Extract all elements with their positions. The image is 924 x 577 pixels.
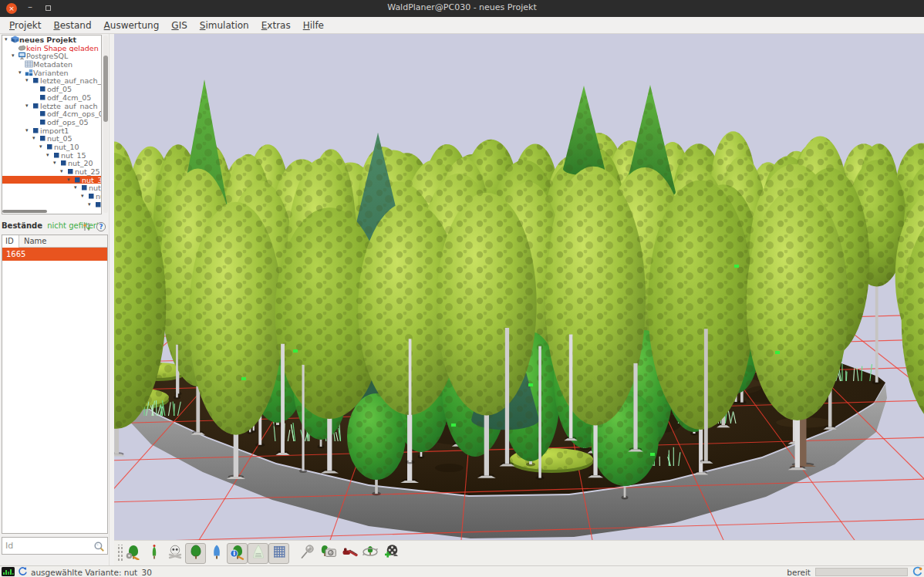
sapling-button[interactable] — [143, 543, 164, 564]
search-icon[interactable] — [93, 541, 105, 552]
bestande-title: Bestände — [2, 221, 42, 230]
tree-item-odf-05[interactable]: odf_05 — [2, 85, 101, 93]
orbit-button[interactable] — [359, 543, 380, 564]
tree-item-label: nut_15 — [61, 151, 86, 160]
grid-toggle-button[interactable] — [268, 543, 289, 564]
blue-tree-button[interactable] — [206, 543, 227, 564]
expander-icon[interactable]: ▾ — [19, 69, 25, 77]
tree-item-label: nut_ — [89, 184, 101, 192]
transparent-cone-button[interactable] — [248, 543, 268, 564]
tree-item-nu[interactable]: ▾nu — [2, 192, 101, 201]
menu-item-gis[interactable]: GIS — [165, 19, 193, 32]
chainsaw-button[interactable] — [339, 543, 359, 564]
variant-square-icon — [73, 176, 82, 184]
tree-item-nut-20[interactable]: ▾nut_20 — [2, 159, 101, 167]
pin-button[interactable] — [297, 543, 318, 564]
expander-icon[interactable]: ▾ — [74, 184, 80, 192]
expander-icon[interactable]: ▾ — [46, 151, 52, 160]
tree-item-letzte-auf-nach-d[interactable]: ▾letzte_auf_nach_d — [2, 76, 101, 85]
id-search-input[interactable] — [5, 538, 90, 553]
tree-item-varianten[interactable]: ▾Varianten — [2, 69, 101, 77]
tree-item-nut-30[interactable]: ▾nut_30 — [2, 176, 101, 184]
tree-item-metadaten[interactable]: Metadaten — [2, 60, 101, 69]
tree-settings-button[interactable] — [123, 543, 143, 564]
id-search-box — [2, 537, 108, 555]
variant-square-icon — [80, 184, 89, 191]
menu-item-hilfe[interactable]: Hilfe — [297, 19, 330, 32]
tree-item-label: PostgreSQL — [26, 52, 68, 60]
expander-icon[interactable]: ▾ — [25, 76, 32, 85]
table-row[interactable]: 1665 — [2, 248, 107, 261]
3d-viewport[interactable] — [114, 34, 924, 540]
selected-variant-status: ausgewählte Variante: nut_30 — [31, 568, 152, 577]
chainsaw-icon — [341, 543, 358, 563]
forest-scene[interactable] — [114, 34, 924, 540]
pin-icon — [299, 543, 316, 563]
menu-item-simulation[interactable]: Simulation — [194, 19, 255, 32]
variant-square-icon — [59, 159, 68, 167]
tree-vertical-scrollbar[interactable] — [103, 35, 108, 213]
project-tree: ▾neues Projektkein Shape geladen▾Postgre… — [2, 35, 102, 214]
tree-item-odf-4cm-05[interactable]: odf_4cm_05 — [2, 93, 101, 102]
refresh-icon[interactable] — [18, 566, 28, 577]
tree-item-nut-15[interactable]: ▾nut_15 — [2, 151, 101, 160]
menu-item-extras[interactable]: Extras — [255, 19, 297, 32]
column-header-id[interactable]: ID — [2, 235, 19, 248]
spinner-icon — [912, 566, 922, 577]
expander-icon[interactable]: ▾ — [53, 159, 59, 167]
skull-icon — [167, 543, 184, 563]
variant-square-icon — [32, 127, 40, 134]
tree-item-kein-shape-geladen[interactable]: kein Shape geladen — [2, 44, 101, 52]
tree-item-label: odf_ops_05 — [47, 118, 89, 127]
tree-item-odf-4cm-ops-05[interactable]: odf_4cm_ops_05 — [2, 110, 101, 118]
panel-splitter[interactable] — [0, 216, 109, 221]
column-header-name[interactable]: Name — [24, 237, 47, 245]
tree-item-nut-[interactable]: ▾nut_ — [2, 184, 101, 192]
tree-item-label: letzte_auf_nach_d — [40, 76, 101, 85]
expander-icon[interactable]: ▾ — [12, 52, 18, 60]
expander-icon[interactable]: ▾ — [60, 167, 66, 176]
expander-icon[interactable]: ▾ — [39, 143, 46, 151]
tree-item-nut-10[interactable]: ▾nut_10 — [2, 143, 101, 151]
filter-icon[interactable] — [82, 221, 93, 232]
blue-tree-icon — [208, 543, 225, 563]
tree-item-nut-05[interactable]: ▾nut_05 — [2, 134, 101, 143]
dead-tree-button[interactable] — [164, 543, 185, 564]
sidebar-splitter[interactable] — [109, 34, 114, 565]
table-header: ID Name — [2, 235, 107, 248]
deciduous-tree-button[interactable] — [185, 543, 206, 564]
tree-item-neues-projekt[interactable]: ▾neues Projekt — [2, 35, 101, 44]
camera-tree-icon — [320, 543, 337, 563]
svg-text:?: ? — [99, 223, 103, 231]
menu-item-auswertung[interactable]: Auswertung — [98, 19, 166, 32]
tree-info-button[interactable]: i — [227, 543, 248, 564]
expander-icon[interactable]: ▾ — [25, 127, 32, 135]
snapshot-button[interactable] — [318, 543, 339, 564]
expander-icon[interactable]: ▾ — [32, 134, 39, 143]
progress-bar — [815, 568, 908, 576]
variant-square-icon — [32, 76, 40, 84]
expander-icon[interactable]: ▾ — [25, 102, 32, 110]
database-icon — [18, 52, 26, 59]
expander-icon[interactable]: ▾ — [88, 201, 94, 209]
tree-item-hidden[interactable]: ▾ — [2, 201, 101, 209]
menu-item-bestand[interactable]: Bestand — [47, 19, 97, 32]
bestande-header: Bestände nicht gefiltert ? — [2, 221, 108, 234]
grid-icon — [271, 543, 288, 563]
tree-horizontal-scrollbar[interactable] — [2, 210, 95, 213]
expander-icon[interactable]: ▾ — [5, 35, 11, 44]
menu-item-projekt[interactable]: Projekt — [3, 19, 47, 32]
help-icon[interactable]: ? — [96, 221, 106, 232]
variant-square-icon — [39, 118, 47, 126]
tree-item-nut-25[interactable]: ▾nut_25 — [2, 167, 101, 176]
tree-item-postgresql[interactable]: ▾PostgreSQL — [2, 52, 101, 60]
variant-square-icon — [32, 102, 40, 110]
animation-button[interactable] — [380, 543, 401, 564]
expander-icon[interactable]: ▾ — [67, 176, 73, 184]
tree-item-odf-ops-05[interactable]: odf_ops_05 — [2, 118, 101, 127]
tree-item-letzte-auf-nach-d[interactable]: ▾letzte_auf_nach_d — [2, 102, 101, 110]
expander-icon[interactable]: ▾ — [81, 192, 87, 201]
tree-gear-icon — [125, 543, 142, 563]
toolbar-drag-handle[interactable] — [116, 545, 123, 562]
tree-item-import1[interactable]: ▾import1 — [2, 127, 101, 135]
